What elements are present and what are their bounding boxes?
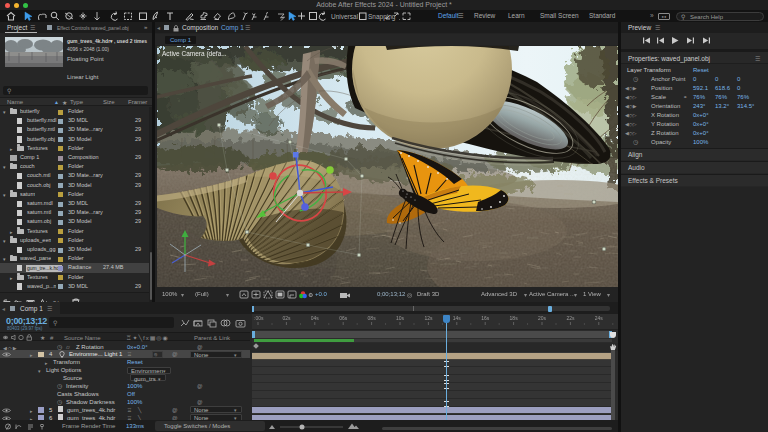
svg-text:08s: 08s — [368, 315, 377, 321]
svg-text:02s: 02s — [282, 315, 291, 321]
svg-text:18s: 18s — [510, 315, 519, 321]
svg-text::00s: :00s — [254, 315, 264, 321]
svg-text:22s: 22s — [566, 315, 575, 321]
svg-text:24s: 24s — [595, 315, 604, 321]
svg-text:04s: 04s — [311, 315, 320, 321]
svg-text:10s: 10s — [396, 315, 405, 321]
svg-text:Universal: Universal — [331, 13, 359, 20]
svg-text:Active Camera (defa...: Active Camera (defa... — [162, 50, 227, 58]
svg-text:06s: 06s — [339, 315, 348, 321]
svg-text:20s: 20s — [538, 315, 547, 321]
svg-text:12s: 12s — [424, 315, 433, 321]
svg-text:16s: 16s — [481, 315, 490, 321]
svg-text:14s: 14s — [453, 315, 462, 321]
svg-text:Snapping: Snapping — [368, 13, 396, 21]
